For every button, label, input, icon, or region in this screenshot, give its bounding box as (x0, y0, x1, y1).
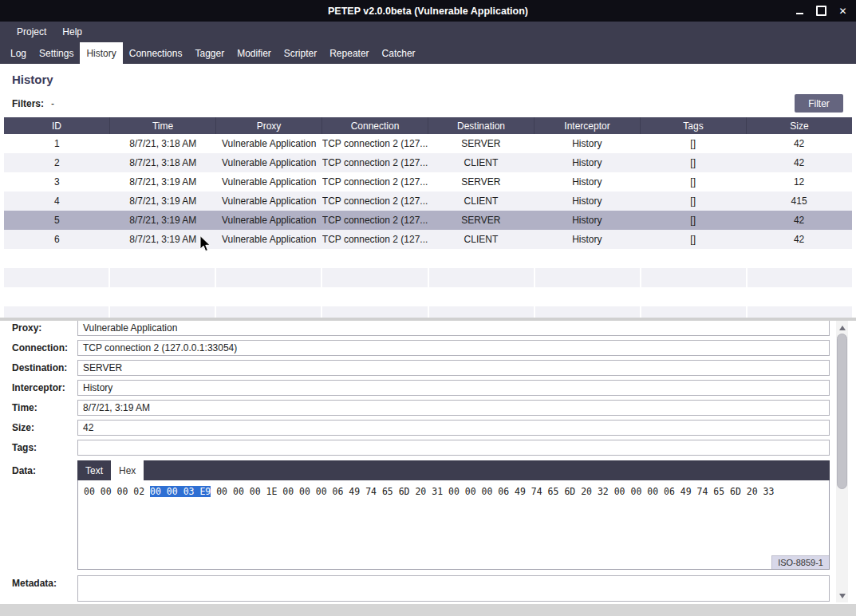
table-filler-cell (322, 249, 428, 268)
tab-scripter[interactable]: Scripter (278, 42, 323, 64)
tab-connections[interactable]: Connections (123, 42, 189, 64)
table-cell: 12 (746, 172, 852, 192)
table-cell: History (534, 192, 640, 211)
table-cell: [] (640, 211, 746, 230)
table-filler-cell (216, 287, 322, 306)
table-filler-cell (748, 268, 852, 287)
table-cell: 42 (746, 153, 852, 172)
table-cell: SERVER (428, 211, 535, 230)
field-value[interactable]: SERVER (77, 360, 830, 376)
field-value[interactable]: TCP connection 2 (127.0.0.1:33054) (77, 340, 830, 356)
detail-panel: Proxy:Vulnerable ApplicationConnection:T… (0, 321, 856, 604)
table-cell: [] (640, 192, 746, 211)
table-row[interactable]: 18/7/21, 3:18 AMVulnerable ApplicationTC… (4, 134, 852, 153)
table-row[interactable]: 48/7/21, 3:19 AMVulnerable ApplicationTC… (4, 192, 852, 211)
field-value[interactable]: 42 (77, 420, 830, 436)
table-row[interactable]: 68/7/21, 3:19 AMVulnerable ApplicationTC… (4, 230, 852, 249)
tab-catcher[interactable]: Catcher (376, 42, 422, 64)
column-header-proxy[interactable]: Proxy (216, 117, 322, 134)
table-body: 18/7/21, 3:18 AMVulnerable ApplicationTC… (4, 134, 852, 318)
table-cell: [] (640, 153, 746, 172)
menu-help[interactable]: Help (54, 22, 90, 41)
detail-field-row: Size:42 (0, 417, 856, 437)
tab-repeater[interactable]: Repeater (323, 42, 375, 64)
table-cell: CLIENT (428, 230, 535, 249)
table-filler-cell (110, 306, 216, 318)
table-row[interactable]: 58/7/21, 3:19 AMVulnerable ApplicationTC… (4, 211, 852, 230)
detail-fields: Proxy:Vulnerable ApplicationConnection:T… (0, 321, 856, 457)
maximize-icon[interactable] (816, 6, 826, 16)
table-cell: TCP connection 2 (127... (322, 230, 428, 249)
column-header-size[interactable]: Size (747, 117, 852, 134)
field-value[interactable] (77, 440, 830, 456)
table-filler-cell (535, 287, 641, 306)
detail-field-row: Time:8/7/21, 3:19 AM (0, 397, 856, 417)
table-filler-cell (429, 268, 535, 287)
table-filler-cell (110, 268, 216, 287)
hex-editor[interactable]: 00 00 00 02 00 00 03 E9 00 00 00 1E 00 0… (77, 480, 830, 570)
column-header-destination[interactable]: Destination (428, 117, 535, 134)
table-cell: [] (640, 230, 746, 249)
close-icon[interactable]: ✕ (838, 6, 848, 16)
tab-settings[interactable]: Settings (33, 42, 80, 64)
metadata-box[interactable] (77, 575, 830, 602)
hex-line: 00 00 00 02 00 00 03 E9 00 00 00 1E 00 0… (78, 480, 829, 503)
metadata-label: Metadata: (12, 575, 77, 589)
tabbar: Log Settings History Connections Tagger … (0, 42, 856, 64)
table-row[interactable]: 28/7/21, 3:18 AMVulnerable ApplicationTC… (4, 153, 852, 172)
table-cell: Vulnerable Application (216, 230, 322, 249)
filter-button[interactable]: Filter (795, 94, 843, 113)
table-cell: CLIENT (428, 192, 535, 211)
table-filler-cell (535, 306, 641, 318)
filters-row: Filters: - Filter (12, 94, 843, 113)
data-tab-text[interactable]: Text (77, 460, 111, 480)
table-cell: 42 (746, 230, 852, 249)
column-header-id[interactable]: ID (4, 117, 110, 134)
column-header-connection[interactable]: Connection (322, 117, 428, 134)
table-cell: CLIENT (428, 153, 535, 172)
hex-suffix: 00 00 00 1E 00 00 00 06 49 74 65 6D 20 3… (211, 486, 774, 497)
field-value[interactable]: Vulnerable Application (77, 321, 830, 336)
table-filler-cell (641, 268, 748, 287)
data-tab-hex[interactable]: Hex (111, 460, 144, 480)
table-filler-row (4, 268, 852, 287)
table-cell: TCP connection 2 (127... (322, 134, 428, 153)
table-filler-cell (748, 249, 852, 268)
mouse-cursor (199, 235, 211, 253)
table-filler-cell (429, 249, 535, 268)
menu-project[interactable]: Project (9, 22, 54, 41)
detail-scrollbar[interactable] (836, 321, 848, 602)
scrollbar-thumb[interactable] (837, 334, 847, 489)
table-filler-cell (216, 306, 322, 318)
tab-log[interactable]: Log (4, 42, 33, 64)
table-filler-cell (429, 306, 535, 318)
field-label: Connection: (12, 342, 77, 353)
column-header-time[interactable]: Time (110, 117, 216, 134)
history-page: History Filters: - Filter IDTimeProxyCon… (0, 64, 856, 604)
table-row[interactable]: 38/7/21, 3:19 AMVulnerable ApplicationTC… (4, 172, 852, 192)
tab-tagger[interactable]: Tagger (188, 42, 231, 64)
table-cell: History (534, 172, 640, 192)
table-cell: 8/7/21, 3:19 AM (110, 192, 216, 211)
table-cell: TCP connection 2 (127... (322, 211, 428, 230)
table-cell: 8/7/21, 3:19 AM (110, 211, 216, 230)
scroll-down-icon[interactable] (836, 590, 848, 602)
column-header-tags[interactable]: Tags (641, 117, 747, 134)
table-filler-row (4, 287, 852, 306)
tab-history[interactable]: History (80, 42, 122, 64)
table-filler-cell (641, 306, 748, 318)
data-label: Data: (12, 460, 77, 476)
scroll-up-icon[interactable] (836, 322, 848, 334)
encoding-badge: ISO-8859-1 (771, 555, 829, 569)
table-cell: 8/7/21, 3:19 AM (110, 172, 216, 192)
table-filler-cell (748, 287, 852, 306)
detail-field-row: Proxy:Vulnerable Application (0, 321, 856, 338)
tab-modifier[interactable]: Modifier (231, 42, 278, 64)
table-cell: 6 (4, 230, 110, 249)
column-header-interceptor[interactable]: Interceptor (535, 117, 641, 134)
field-value[interactable]: 8/7/21, 3:19 AM (77, 400, 830, 416)
field-value[interactable]: History (77, 380, 830, 396)
minimize-icon[interactable] (795, 6, 805, 16)
table-cell: TCP connection 2 (127... (322, 172, 428, 192)
table-cell: SERVER (428, 172, 535, 192)
